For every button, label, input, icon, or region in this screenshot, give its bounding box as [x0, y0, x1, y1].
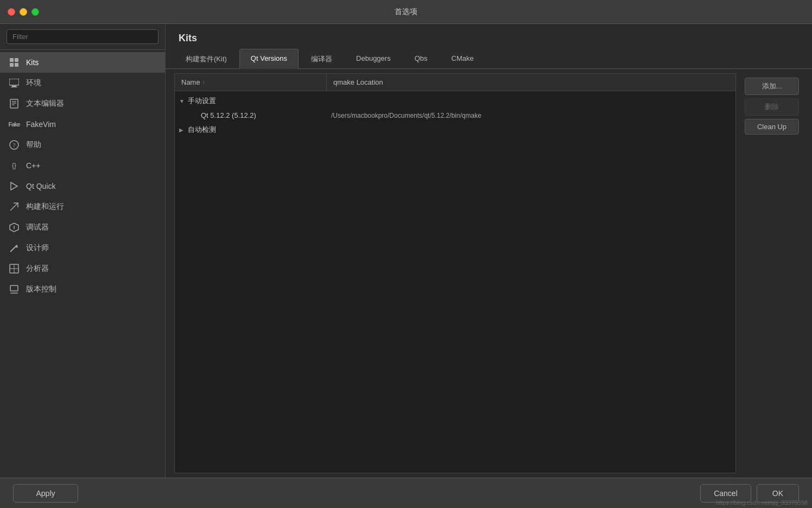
kits-icon [9, 57, 20, 68]
sidebar-label-debugger: 调试器 [26, 223, 49, 232]
sidebar-item-kits[interactable]: Kits [0, 52, 165, 73]
help-icon: ? [9, 139, 20, 150]
sidebar-label-cpp: C++ [26, 161, 40, 170]
close-button[interactable] [8, 8, 15, 16]
group-auto[interactable]: ▶ 自动检测 [175, 122, 735, 137]
tab-cmake[interactable]: CMake [440, 49, 485, 69]
side-buttons: 添加... 删除 Clean Up [740, 73, 803, 473]
clean-up-button[interactable]: Clean Up [745, 119, 799, 135]
sidebar-item-qt-quick[interactable]: Qt Quick [0, 176, 165, 196]
bottom-left: Apply [13, 484, 78, 503]
sidebar-label-kits: Kits [26, 58, 39, 67]
environment-icon [9, 78, 20, 88]
qt-quick-icon [9, 181, 20, 192]
tab-compilers[interactable]: 编译器 [300, 49, 344, 69]
analyzer-icon [9, 263, 20, 274]
qt-version-location: /Users/macbookpro/Documents/qt/5.12.2/bi… [331, 112, 731, 119]
filter-input[interactable] [7, 29, 158, 44]
designer-icon [9, 243, 20, 253]
expand-icon-auto: ▶ [179, 127, 188, 133]
col-location-label: qmake Location [333, 78, 383, 86]
titlebar: 首选项 [0, 0, 812, 24]
sidebar-item-cpp[interactable]: {} C++ [0, 155, 165, 176]
sidebar-label-qt-quick: Qt Quick [26, 182, 55, 190]
text-editor-icon [9, 98, 20, 109]
group-auto-label: 自动检测 [188, 125, 318, 135]
col-location: qmake Location [327, 74, 735, 91]
sidebar-label-analyzer: 分析器 [26, 264, 49, 274]
col-name: Name ↑ [175, 74, 327, 91]
svg-rect-3 [15, 63, 18, 67]
sidebar-item-fakevim[interactable]: Fake FakeVim [0, 114, 165, 135]
sidebar-item-environment[interactable]: 环境 [0, 73, 165, 93]
svg-rect-7 [10, 99, 18, 108]
add-button[interactable]: 添加... [745, 78, 799, 95]
sidebar-item-build-run[interactable]: 构建和运行 [0, 196, 165, 217]
main-layout: Kits 环境 文本编辑器 Fake FakeVim [0, 24, 812, 478]
sort-arrow: ↑ [202, 79, 205, 85]
content-header: Kits [166, 24, 812, 48]
group-manual[interactable]: ▼ 手动设置 [175, 93, 735, 109]
expand-icon-manual: ▼ [179, 98, 188, 104]
table-body: ▼ 手动设置 Qt 5.12.2 (5.12.2) /Users/macbook… [175, 91, 735, 473]
svg-text:?: ? [13, 142, 16, 148]
traffic-lights [8, 8, 39, 16]
sidebar: Kits 环境 文本编辑器 Fake FakeVim [0, 24, 166, 478]
tab-qbs[interactable]: Qbs [403, 49, 439, 69]
sidebar-list: Kits 环境 文本编辑器 Fake FakeVim [0, 50, 165, 478]
svg-rect-1 [15, 58, 18, 62]
svg-rect-2 [10, 63, 14, 67]
tab-debuggers[interactable]: Debuggers [345, 49, 402, 69]
window-title: 首选项 [395, 7, 417, 17]
sidebar-item-analyzer[interactable]: 分析器 [0, 258, 165, 279]
sidebar-label-fakevim: FakeVim [26, 120, 56, 129]
sidebar-label-designer: 设计师 [26, 243, 49, 253]
sidebar-item-debugger[interactable]: 调试器 [0, 217, 165, 238]
fakevim-icon: Fake [9, 119, 20, 130]
qt-version-label: Qt 5.12.2 (5.12.2) [201, 111, 331, 119]
svg-rect-6 [11, 87, 17, 87]
build-run-icon [9, 201, 20, 212]
svg-rect-22 [10, 285, 18, 291]
table-header: Name ↑ qmake Location [175, 74, 735, 91]
apply-button[interactable]: Apply [13, 484, 78, 503]
tab-kits[interactable]: 构建套件(Kit) [174, 49, 238, 69]
page-title: Kits [179, 33, 197, 43]
svg-rect-5 [12, 86, 16, 87]
minimize-button[interactable] [20, 8, 27, 16]
svg-line-14 [10, 203, 18, 211]
svg-rect-4 [9, 79, 19, 85]
bottom-bar: Apply Cancel OK [0, 478, 812, 508]
svg-marker-13 [11, 182, 17, 190]
tabs-bar: 构建套件(Kit) Qt Versions 编译器 Debuggers Qbs … [166, 48, 812, 69]
debugger-icon [9, 222, 20, 233]
tab-qt-versions[interactable]: Qt Versions [239, 49, 299, 69]
version-control-icon [9, 284, 20, 295]
content-area: Kits 构建套件(Kit) Qt Versions 编译器 Debuggers… [166, 24, 812, 478]
watermark: https://blog.csdn.net/qq_33375598 [716, 499, 808, 506]
svg-line-17 [10, 245, 17, 252]
filter-wrapper [0, 24, 165, 50]
sidebar-label-environment: 环境 [26, 78, 41, 88]
sidebar-label-help: 帮助 [26, 140, 41, 150]
sidebar-item-designer[interactable]: 设计师 [0, 238, 165, 258]
svg-rect-0 [10, 58, 14, 62]
col-name-label: Name [181, 78, 200, 86]
sidebar-label-version-control: 版本控制 [26, 284, 56, 294]
group-manual-label: 手动设置 [188, 96, 318, 106]
sidebar-item-text-editor[interactable]: 文本编辑器 [0, 93, 165, 114]
sidebar-item-version-control[interactable]: 版本控制 [0, 279, 165, 300]
table-wrapper: Name ↑ qmake Location ▼ 手动设置 [174, 73, 736, 473]
table-section: Name ↑ qmake Location ▼ 手动设置 [166, 69, 812, 478]
sidebar-item-help[interactable]: ? 帮助 [0, 135, 165, 155]
remove-button[interactable]: 删除 [745, 98, 799, 116]
sidebar-label-text-editor: 文本编辑器 [26, 99, 64, 109]
sidebar-label-build-run: 构建和运行 [26, 202, 64, 212]
maximize-button[interactable] [31, 8, 39, 16]
cpp-icon: {} [9, 160, 20, 171]
table-row[interactable]: Qt 5.12.2 (5.12.2) /Users/macbookpro/Doc… [175, 109, 735, 122]
